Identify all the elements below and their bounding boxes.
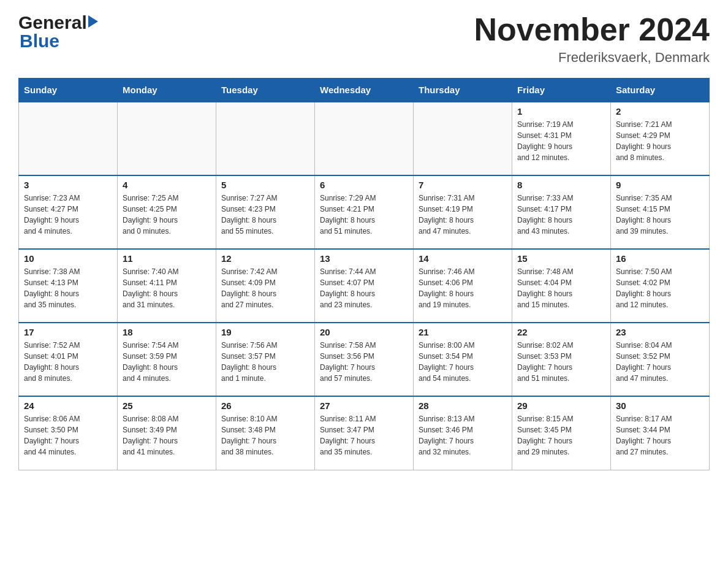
calendar-week-row: 10Sunrise: 7:38 AMSunset: 4:13 PMDayligh… bbox=[19, 249, 710, 323]
calendar-header-monday: Monday bbox=[118, 79, 216, 102]
day-info: Sunrise: 8:13 AMSunset: 3:46 PMDaylight:… bbox=[419, 413, 507, 458]
day-info: Sunrise: 7:25 AMSunset: 4:25 PMDaylight:… bbox=[123, 193, 211, 237]
calendar-cell: 17Sunrise: 7:52 AMSunset: 4:01 PMDayligh… bbox=[19, 323, 118, 396]
calendar-header-friday: Friday bbox=[512, 79, 611, 102]
day-number: 15 bbox=[517, 253, 605, 264]
day-info: Sunrise: 7:38 AMSunset: 4:13 PMDaylight:… bbox=[24, 266, 112, 310]
calendar-header-saturday: Saturday bbox=[611, 79, 710, 102]
calendar-cell: 29Sunrise: 8:15 AMSunset: 3:45 PMDayligh… bbox=[512, 396, 611, 470]
calendar-cell: 5Sunrise: 7:27 AMSunset: 4:23 PMDaylight… bbox=[216, 175, 315, 249]
calendar-cell: 19Sunrise: 7:56 AMSunset: 3:57 PMDayligh… bbox=[216, 323, 315, 396]
calendar-cell: 20Sunrise: 7:58 AMSunset: 3:56 PMDayligh… bbox=[315, 323, 414, 396]
page-header: General Blue November 2024 Frederiksvaer… bbox=[18, 12, 710, 66]
calendar-cell: 21Sunrise: 8:00 AMSunset: 3:54 PMDayligh… bbox=[414, 323, 512, 396]
calendar-cell: 2Sunrise: 7:21 AMSunset: 4:29 PMDaylight… bbox=[611, 102, 710, 175]
day-info: Sunrise: 8:02 AMSunset: 3:53 PMDaylight:… bbox=[517, 340, 605, 384]
logo-blue-text: Blue bbox=[20, 31, 59, 51]
day-info: Sunrise: 8:11 AMSunset: 3:47 PMDaylight:… bbox=[320, 413, 408, 458]
day-number: 6 bbox=[320, 180, 408, 190]
day-info: Sunrise: 7:44 AMSunset: 4:07 PMDaylight:… bbox=[320, 266, 408, 310]
calendar-cell: 18Sunrise: 7:54 AMSunset: 3:59 PMDayligh… bbox=[118, 323, 216, 396]
day-number: 23 bbox=[616, 327, 704, 337]
day-number: 4 bbox=[123, 180, 211, 190]
calendar-cell: 3Sunrise: 7:23 AMSunset: 4:27 PMDaylight… bbox=[19, 175, 118, 249]
day-number: 27 bbox=[320, 400, 408, 411]
day-info: Sunrise: 7:21 AMSunset: 4:29 PMDaylight:… bbox=[616, 119, 704, 163]
calendar-cell bbox=[315, 102, 414, 175]
calendar-cell: 9Sunrise: 7:35 AMSunset: 4:15 PMDaylight… bbox=[611, 175, 710, 249]
month-title: November 2024 bbox=[474, 12, 710, 47]
calendar-cell: 1Sunrise: 7:19 AMSunset: 4:31 PMDaylight… bbox=[512, 102, 611, 175]
calendar-cell bbox=[118, 102, 216, 175]
calendar-cell bbox=[19, 102, 118, 175]
calendar-cell: 28Sunrise: 8:13 AMSunset: 3:46 PMDayligh… bbox=[414, 396, 512, 470]
calendar-cell: 27Sunrise: 8:11 AMSunset: 3:47 PMDayligh… bbox=[315, 396, 414, 470]
day-number: 29 bbox=[517, 400, 605, 411]
day-info: Sunrise: 7:40 AMSunset: 4:11 PMDaylight:… bbox=[123, 266, 211, 310]
day-info: Sunrise: 8:17 AMSunset: 3:44 PMDaylight:… bbox=[616, 413, 704, 458]
day-info: Sunrise: 8:08 AMSunset: 3:49 PMDaylight:… bbox=[123, 413, 211, 458]
day-number: 13 bbox=[320, 253, 408, 264]
calendar-cell: 30Sunrise: 8:17 AMSunset: 3:44 PMDayligh… bbox=[611, 396, 710, 470]
day-info: Sunrise: 7:33 AMSunset: 4:17 PMDaylight:… bbox=[517, 193, 605, 237]
day-info: Sunrise: 8:15 AMSunset: 3:45 PMDaylight:… bbox=[517, 413, 605, 458]
day-number: 30 bbox=[616, 400, 704, 411]
day-number: 3 bbox=[24, 180, 112, 190]
day-info: Sunrise: 7:56 AMSunset: 3:57 PMDaylight:… bbox=[221, 340, 309, 384]
calendar-cell: 24Sunrise: 8:06 AMSunset: 3:50 PMDayligh… bbox=[19, 396, 118, 470]
calendar-cell: 8Sunrise: 7:33 AMSunset: 4:17 PMDaylight… bbox=[512, 175, 611, 249]
day-info: Sunrise: 7:27 AMSunset: 4:23 PMDaylight:… bbox=[221, 193, 309, 237]
calendar-cell: 12Sunrise: 7:42 AMSunset: 4:09 PMDayligh… bbox=[216, 249, 315, 323]
day-number: 2 bbox=[616, 106, 704, 117]
day-number: 16 bbox=[616, 253, 704, 264]
day-info: Sunrise: 8:04 AMSunset: 3:52 PMDaylight:… bbox=[616, 340, 704, 384]
day-number: 8 bbox=[517, 180, 605, 190]
day-info: Sunrise: 7:52 AMSunset: 4:01 PMDaylight:… bbox=[24, 340, 112, 384]
calendar-cell: 22Sunrise: 8:02 AMSunset: 3:53 PMDayligh… bbox=[512, 323, 611, 396]
day-number: 18 bbox=[123, 327, 211, 337]
calendar-cell: 15Sunrise: 7:48 AMSunset: 4:04 PMDayligh… bbox=[512, 249, 611, 323]
day-info: Sunrise: 7:35 AMSunset: 4:15 PMDaylight:… bbox=[616, 193, 704, 237]
calendar-header-tuesday: Tuesday bbox=[216, 79, 315, 102]
day-number: 10 bbox=[24, 253, 112, 264]
calendar-cell: 23Sunrise: 8:04 AMSunset: 3:52 PMDayligh… bbox=[611, 323, 710, 396]
day-info: Sunrise: 7:58 AMSunset: 3:56 PMDaylight:… bbox=[320, 340, 408, 384]
day-number: 1 bbox=[517, 106, 605, 117]
day-info: Sunrise: 8:00 AMSunset: 3:54 PMDaylight:… bbox=[419, 340, 507, 384]
day-number: 21 bbox=[419, 327, 507, 337]
day-number: 25 bbox=[123, 400, 211, 411]
calendar-cell: 26Sunrise: 8:10 AMSunset: 3:48 PMDayligh… bbox=[216, 396, 315, 470]
calendar-week-row: 24Sunrise: 8:06 AMSunset: 3:50 PMDayligh… bbox=[19, 396, 710, 470]
calendar-header-row: SundayMondayTuesdayWednesdayThursdayFrid… bbox=[19, 79, 710, 102]
calendar-cell: 11Sunrise: 7:40 AMSunset: 4:11 PMDayligh… bbox=[118, 249, 216, 323]
calendar-week-row: 17Sunrise: 7:52 AMSunset: 4:01 PMDayligh… bbox=[19, 323, 710, 396]
day-number: 26 bbox=[221, 400, 309, 411]
day-info: Sunrise: 7:50 AMSunset: 4:02 PMDaylight:… bbox=[616, 266, 704, 310]
day-number: 11 bbox=[123, 253, 211, 264]
day-number: 7 bbox=[419, 180, 507, 190]
calendar-cell: 14Sunrise: 7:46 AMSunset: 4:06 PMDayligh… bbox=[414, 249, 512, 323]
day-number: 19 bbox=[221, 327, 309, 337]
day-number: 20 bbox=[320, 327, 408, 337]
day-info: Sunrise: 7:29 AMSunset: 4:21 PMDaylight:… bbox=[320, 193, 408, 237]
calendar-cell: 7Sunrise: 7:31 AMSunset: 4:19 PMDaylight… bbox=[414, 175, 512, 249]
day-number: 9 bbox=[616, 180, 704, 190]
calendar-header-sunday: Sunday bbox=[19, 79, 118, 102]
day-info: Sunrise: 7:19 AMSunset: 4:31 PMDaylight:… bbox=[517, 119, 605, 163]
calendar-cell: 25Sunrise: 8:08 AMSunset: 3:49 PMDayligh… bbox=[118, 396, 216, 470]
logo-arrow-icon bbox=[88, 15, 98, 28]
day-info: Sunrise: 7:23 AMSunset: 4:27 PMDaylight:… bbox=[24, 193, 112, 237]
calendar-cell: 16Sunrise: 7:50 AMSunset: 4:02 PMDayligh… bbox=[611, 249, 710, 323]
day-info: Sunrise: 8:06 AMSunset: 3:50 PMDaylight:… bbox=[24, 413, 112, 458]
day-number: 12 bbox=[221, 253, 309, 264]
day-number: 17 bbox=[24, 327, 112, 337]
calendar-cell bbox=[216, 102, 315, 175]
calendar-cell bbox=[414, 102, 512, 175]
day-info: Sunrise: 7:46 AMSunset: 4:06 PMDaylight:… bbox=[419, 266, 507, 310]
calendar-header-wednesday: Wednesday bbox=[315, 79, 414, 102]
calendar-cell: 4Sunrise: 7:25 AMSunset: 4:25 PMDaylight… bbox=[118, 175, 216, 249]
logo: General Blue bbox=[18, 12, 98, 52]
day-number: 14 bbox=[419, 253, 507, 264]
day-info: Sunrise: 8:10 AMSunset: 3:48 PMDaylight:… bbox=[221, 413, 309, 458]
calendar-week-row: 1Sunrise: 7:19 AMSunset: 4:31 PMDaylight… bbox=[19, 102, 710, 175]
